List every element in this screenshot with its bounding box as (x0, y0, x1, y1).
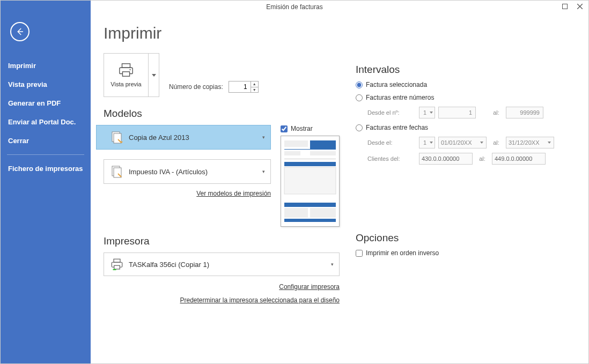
svg-rect-17 (284, 159, 336, 159)
printer-icon (118, 63, 134, 78)
predeterminar-impresora-link[interactable]: Predeterminar la impresora seleccionada … (180, 296, 340, 304)
svg-rect-26 (114, 265, 120, 269)
svg-rect-4 (122, 64, 130, 68)
close-button[interactable] (575, 2, 585, 11)
radio-facturas-entre-fechas-label: Facturas entre fechas (366, 124, 428, 131)
model-item-2[interactable]: Impuesto IVA - (Artículos) ▾ (104, 159, 271, 184)
window-title: Emisión de facturas (266, 3, 322, 11)
sidebar-item-imprimir[interactable]: Imprimir (1, 56, 91, 75)
show-preview-label: Mostrar (291, 125, 313, 132)
spinner-down-icon[interactable]: ▼ (251, 87, 258, 93)
printer-select[interactable]: TASKalfa 356ci (Copiar 1) ▾ (104, 252, 340, 276)
reverse-order-label: Imprimir en orden inverso (366, 249, 439, 257)
svg-rect-13 (310, 140, 336, 149)
svg-point-7 (129, 69, 130, 70)
al-label-2: al: (490, 139, 503, 146)
impresora-heading: Impresora (104, 235, 340, 247)
vista-previa-label: Vista previa (111, 81, 141, 87)
opciones-heading: Opciones (356, 232, 573, 244)
svg-rect-21 (284, 208, 308, 218)
vista-previa-main[interactable]: Vista previa (104, 54, 148, 96)
desde-el-label: Desde el: (367, 139, 416, 146)
svg-rect-23 (284, 219, 336, 222)
page-title: Imprimir (104, 24, 340, 42)
chevron-down-icon: ▾ (331, 262, 334, 267)
svg-rect-19 (284, 167, 336, 194)
copies-spinner[interactable]: ▲ ▼ (229, 81, 259, 93)
document-icon (111, 165, 123, 178)
svg-rect-14 (284, 149, 336, 150)
svg-rect-12 (284, 140, 308, 147)
model-selected[interactable]: Copia de Azul 2013 ▾ (96, 125, 271, 150)
radio-factura-seleccionada-label: Factura seleccionada (366, 81, 427, 88)
al-label: al: (490, 109, 503, 116)
copies-input[interactable] (229, 81, 251, 92)
svg-rect-15 (284, 151, 300, 155)
document-preview[interactable] (281, 136, 340, 227)
desde-num-label: Desde el nº: (367, 109, 416, 116)
chevron-down-icon: ▾ (262, 135, 265, 140)
sidebar-item-enviar-portal[interactable]: Enviar al Portal Doc. (1, 113, 91, 131)
model-selected-label: Copia de Azul 2013 (129, 133, 189, 142)
sidebar-item-generar-pdf[interactable]: Generar en PDF (1, 94, 91, 113)
copies-label: Número de copias: (169, 83, 223, 91)
chevron-down-icon: ▾ (262, 169, 265, 174)
date-to-input[interactable]: 31/12/20XX (506, 137, 554, 148)
date-from-input[interactable]: 01/01/20XX (438, 137, 487, 148)
modelos-heading: Modelos (104, 108, 340, 120)
radio-facturas-entre-numeros-label: Facturas entre números (366, 94, 434, 101)
cliente-to-input[interactable] (492, 153, 546, 165)
num-series-dropdown[interactable]: 1 (419, 107, 435, 118)
svg-rect-24 (114, 259, 120, 262)
show-preview-checkbox[interactable] (281, 125, 288, 132)
radio-facturas-entre-numeros[interactable] (356, 94, 363, 101)
num-to-input[interactable] (506, 107, 543, 118)
svg-rect-0 (563, 4, 568, 9)
model-item-2-label: Impuesto IVA - (Artículos) (129, 168, 208, 176)
svg-rect-18 (284, 162, 336, 166)
cliente-from-input[interactable] (419, 153, 473, 165)
svg-rect-16 (310, 151, 336, 155)
configurar-impresora-link[interactable]: Configurar impresora (279, 283, 340, 291)
printer-ready-icon (111, 258, 123, 270)
vista-previa-dropdown[interactable] (148, 54, 159, 96)
intervalos-heading: Intervalos (356, 64, 573, 76)
num-from-input[interactable] (438, 107, 476, 118)
sidebar: Imprimir Vista previa Generar en PDF Env… (1, 1, 91, 363)
reverse-order-checkbox[interactable] (356, 250, 363, 257)
vista-previa-button[interactable]: Vista previa (104, 53, 159, 97)
printer-name: TASKalfa 356ci (Copiar 1) (129, 261, 209, 269)
sidebar-item-vista-previa[interactable]: Vista previa (1, 75, 91, 94)
clientes-label: Clientes del: (367, 155, 416, 162)
radio-factura-seleccionada[interactable] (356, 81, 363, 88)
view-models-link[interactable]: Ver modelos de impresión (196, 190, 271, 197)
radio-facturas-entre-fechas[interactable] (356, 124, 363, 131)
svg-rect-22 (310, 208, 336, 218)
date-series-dropdown[interactable]: 1 (419, 137, 435, 148)
sidebar-item-cerrar[interactable]: Cerrar (1, 131, 91, 150)
svg-rect-20 (284, 203, 336, 207)
back-button[interactable] (10, 22, 30, 41)
maximize-button[interactable] (559, 2, 570, 11)
al-label-3: al: (476, 155, 489, 162)
sidebar-item-fichero-impresoras[interactable]: Fichero de impresoras (1, 159, 91, 178)
spinner-up-icon[interactable]: ▲ (251, 81, 258, 87)
svg-rect-27 (113, 269, 116, 270)
document-icon (111, 131, 123, 144)
svg-rect-6 (122, 72, 129, 76)
